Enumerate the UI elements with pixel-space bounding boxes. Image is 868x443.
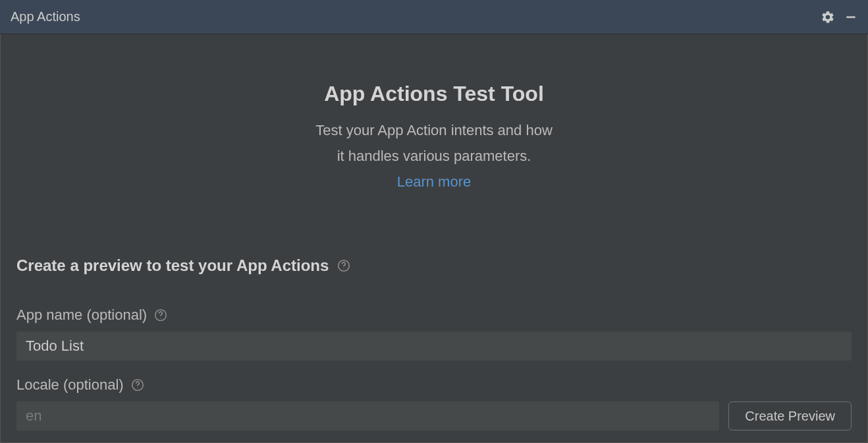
section-title: Create a preview to test your App Action… bbox=[16, 256, 329, 275]
create-preview-button[interactable]: Create Preview bbox=[728, 401, 852, 430]
svg-point-2 bbox=[344, 268, 344, 269]
svg-point-4 bbox=[161, 318, 161, 318]
svg-point-6 bbox=[137, 388, 138, 388]
content-area: App Actions Test Tool Test your App Acti… bbox=[0, 34, 868, 443]
hero-description-line1: Test your App Action intents and how bbox=[16, 119, 852, 141]
app-name-label: App name (optional) bbox=[16, 307, 147, 324]
app-name-row: App name (optional) bbox=[16, 307, 852, 361]
app-name-label-wrap: App name (optional) bbox=[16, 307, 852, 324]
locale-input[interactable] bbox=[16, 401, 719, 430]
minimize-icon[interactable] bbox=[844, 11, 857, 24]
hero-section: App Actions Test Tool Test your App Acti… bbox=[16, 34, 852, 256]
hero-title: App Actions Test Tool bbox=[16, 82, 852, 106]
help-icon[interactable] bbox=[130, 378, 145, 392]
help-icon[interactable] bbox=[337, 258, 351, 273]
help-icon[interactable] bbox=[153, 308, 168, 322]
learn-more-link[interactable]: Learn more bbox=[397, 173, 472, 191]
app-name-input[interactable] bbox=[16, 332, 852, 361]
locale-label: Locale (optional) bbox=[16, 376, 124, 394]
gear-icon[interactable] bbox=[821, 10, 835, 24]
title-bar-controls bbox=[821, 10, 857, 24]
locale-label-wrap: Locale (optional) bbox=[16, 376, 852, 394]
hero-description-line2: it handles various parameters. bbox=[16, 145, 852, 167]
locale-row: Locale (optional) Create Preview bbox=[16, 376, 852, 430]
panel-title: App Actions bbox=[11, 9, 80, 24]
section-header: Create a preview to test your App Action… bbox=[16, 256, 852, 275]
title-bar: App Actions bbox=[0, 0, 868, 34]
